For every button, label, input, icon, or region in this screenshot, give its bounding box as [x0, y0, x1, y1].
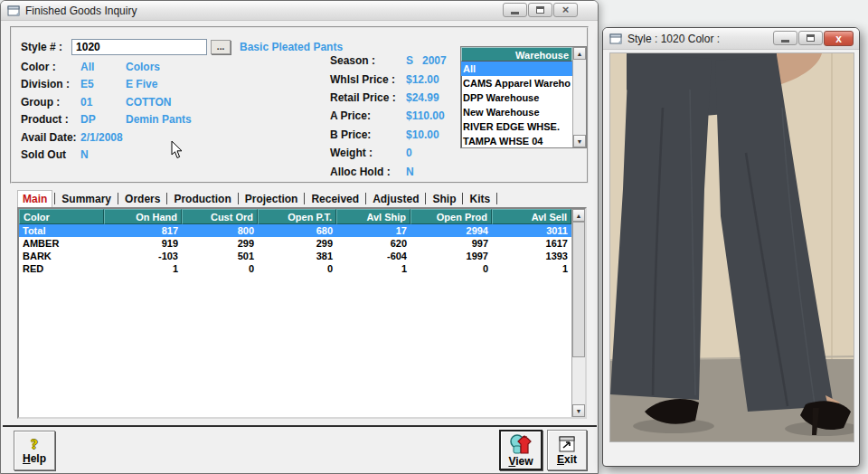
scroll-down-icon[interactable]: ▼	[572, 404, 585, 417]
tab-separator	[54, 193, 55, 204]
warehouse-item[interactable]: CAMS Apparel Wareho	[461, 76, 572, 90]
grid-cell: 0	[258, 262, 336, 275]
tab-projection[interactable]: Projection	[241, 191, 303, 207]
field-row: Color :AllColors	[21, 58, 192, 76]
warehouse-listbox: Warehouse AllCAMS Apparel WarehoDPP Ware…	[460, 46, 587, 148]
grid-cell: 817	[104, 224, 182, 237]
grid-cell: 997	[410, 237, 492, 250]
scrollbar-thumb[interactable]	[572, 222, 585, 357]
table-row[interactable]: RED100101	[19, 262, 571, 275]
warehouse-item[interactable]: DPP Warehouse	[461, 90, 572, 105]
grid-cell: 919	[104, 237, 182, 250]
title-bar[interactable]: Style : 1020 Color : x	[603, 28, 859, 50]
scroll-down-icon[interactable]: ▼	[573, 135, 586, 147]
tab-orders[interactable]: Orders	[120, 191, 165, 207]
grid-cell: -103	[104, 250, 182, 262]
grid-cell: 299	[182, 237, 258, 250]
grid-column-header[interactable]: Open P.T.	[258, 209, 336, 224]
tab-separator	[238, 193, 239, 204]
grid-column-header[interactable]: Avl Ship	[336, 209, 410, 224]
field-code: All	[80, 61, 126, 73]
view-garment-icon	[509, 433, 533, 455]
maximize-button[interactable]	[528, 3, 552, 17]
field-label: Product :	[21, 113, 80, 126]
tab-separator	[304, 193, 305, 204]
scroll-up-icon[interactable]: ▲	[572, 209, 585, 222]
grid-column-header[interactable]: On Hand	[104, 209, 182, 224]
style-image-window: Style : 1020 Color : x	[602, 27, 860, 467]
tab-main[interactable]: Main	[17, 190, 52, 207]
grid-cell: 0	[410, 262, 492, 275]
grid-cell: 3011	[492, 224, 571, 237]
price-value: 0	[406, 147, 412, 159]
minimize-button[interactable]	[773, 31, 797, 45]
grid-cell: 1617	[492, 237, 571, 250]
price-row: Alloc Hold :N	[330, 162, 447, 180]
warehouse-item[interactable]: RIVER EDGE WHSE.	[461, 119, 572, 134]
field-label: Sold Out	[21, 148, 80, 161]
price-label: Retail Price :	[330, 91, 406, 104]
price-label: Alloc Hold :	[330, 166, 406, 178]
price-attributes: Season :S 2007Whlsl Price :$12.00Retail …	[330, 52, 447, 181]
model-pants-photo	[610, 53, 854, 442]
minimize-button[interactable]	[503, 3, 527, 17]
color-data-grid: ColorOn HandCust OrdOpen P.T.Avl ShipOpe…	[17, 207, 587, 419]
price-value: $12.00	[406, 73, 439, 86]
table-row[interactable]: BARK-103501381-60419971393	[19, 250, 571, 262]
price-label: B Price:	[330, 128, 406, 141]
close-button[interactable]: x	[824, 31, 854, 46]
field-row: Division :E5E Five	[21, 76, 192, 94]
style-number-input[interactable]	[71, 39, 207, 55]
tab-production[interactable]: Production	[169, 191, 235, 207]
warehouse-item[interactable]: New Warehouse	[461, 105, 572, 119]
grid-cell: 299	[258, 237, 336, 250]
warehouse-item[interactable]: TAMPA WHSE 04	[461, 134, 572, 147]
tab-separator	[118, 193, 118, 204]
field-row: Product :DPDemin Pants	[21, 111, 192, 129]
style-browse-button[interactable]: ...	[211, 40, 231, 54]
grid-column-header[interactable]: Open Prod	[410, 209, 492, 224]
style-attributes: Color :AllColorsDivision :E5E FiveGroup …	[21, 58, 192, 164]
grid-column-header[interactable]: Color	[19, 209, 104, 224]
grid-scrollbar[interactable]: ▲ ▼	[571, 209, 585, 417]
price-label: Season :	[330, 54, 406, 67]
grid-header-row: ColorOn HandCust OrdOpen P.T.Avl ShipOpe…	[19, 209, 571, 224]
field-code: N	[80, 148, 126, 161]
exit-button[interactable]: Exit	[547, 430, 587, 470]
tab-summary[interactable]: Summary	[57, 191, 116, 207]
finished-goods-inquiry-window: Finished Goods Inquiry × Style # : ... B…	[0, 0, 599, 474]
grid-column-header[interactable]: Avl Sell	[492, 209, 571, 224]
field-code: 2/1/2008	[80, 131, 126, 144]
view-button[interactable]: View	[499, 430, 542, 470]
price-label: Weight :	[330, 147, 406, 159]
field-label: Group :	[21, 96, 80, 109]
maximize-button[interactable]	[798, 31, 823, 45]
price-value: S 2007	[406, 54, 447, 67]
grid-cell: 1	[104, 262, 182, 275]
tab-ship[interactable]: Ship	[428, 191, 460, 207]
price-value: $24.99	[406, 91, 439, 104]
bottom-separator	[3, 425, 597, 427]
field-row: Sold OutN	[21, 147, 192, 165]
warehouse-scrollbar[interactable]: ▲ ▼	[572, 47, 586, 147]
style-info-panel: Style # : ... Basic Pleated Pants Color …	[10, 26, 589, 184]
warehouse-item[interactable]: All	[461, 62, 572, 76]
title-bar[interactable]: Finished Goods Inquiry ×	[1, 1, 598, 21]
grid-cell: BARK	[19, 250, 104, 262]
window-form-icon	[7, 5, 20, 16]
field-label: Division :	[21, 78, 80, 90]
tab-kits[interactable]: Kits	[465, 191, 495, 207]
view-button-label: View	[508, 455, 533, 468]
table-row[interactable]: AMBER9192992996209971617	[19, 237, 571, 250]
grid-cell: 2994	[410, 224, 492, 237]
grid-column-header[interactable]: Cust Ord	[182, 209, 258, 224]
tab-received[interactable]: Received	[307, 191, 363, 207]
scroll-up-icon[interactable]: ▲	[573, 47, 586, 60]
help-button[interactable]: ? Help	[14, 431, 55, 470]
close-button[interactable]: ×	[553, 3, 578, 17]
price-value: $10.00	[406, 128, 439, 141]
price-value: $110.00	[406, 109, 445, 122]
tab-separator	[462, 193, 463, 204]
table-row[interactable]: Total8178006801729943011	[19, 224, 571, 237]
tab-adjusted[interactable]: Adjusted	[368, 191, 423, 207]
